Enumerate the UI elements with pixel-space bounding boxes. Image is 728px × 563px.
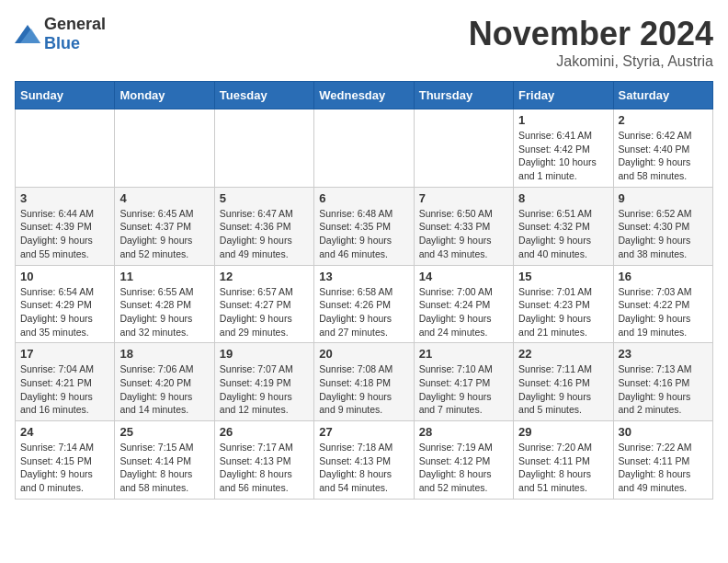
calendar-cell: 5Sunrise: 6:47 AM Sunset: 4:36 PM Daylig… — [214, 187, 313, 265]
day-number: 9 — [619, 191, 708, 205]
day-number: 17 — [20, 347, 109, 361]
day-number: 12 — [220, 270, 309, 283]
calendar-cell: 23Sunrise: 7:13 AM Sunset: 4:16 PM Dayli… — [613, 343, 712, 421]
day-info: Sunrise: 6:41 AM Sunset: 4:42 PM Dayligh… — [518, 129, 608, 183]
day-info: Sunrise: 6:48 AM Sunset: 4:35 PM Dayligh… — [319, 207, 408, 261]
calendar-cell: 22Sunrise: 7:11 AM Sunset: 4:16 PM Dayli… — [514, 343, 613, 421]
day-number: 25 — [119, 425, 209, 439]
calendar-cell: 6Sunrise: 6:48 AM Sunset: 4:35 PM Daylig… — [314, 187, 414, 265]
day-number: 27 — [319, 425, 408, 439]
calendar-table: SundayMondayTuesdayWednesdayThursdayFrid… — [15, 81, 713, 500]
calendar-cell: 4Sunrise: 6:45 AM Sunset: 4:37 PM Daylig… — [115, 187, 214, 265]
calendar-cell: 9Sunrise: 6:52 AM Sunset: 4:30 PM Daylig… — [613, 187, 712, 265]
calendar-cell: 27Sunrise: 7:18 AM Sunset: 4:13 PM Dayli… — [314, 421, 414, 500]
calendar-cell — [314, 109, 414, 188]
day-number: 24 — [20, 425, 109, 439]
logo-icon — [15, 25, 40, 43]
day-info: Sunrise: 7:18 AM Sunset: 4:13 PM Dayligh… — [319, 441, 408, 495]
day-number: 19 — [220, 347, 309, 361]
day-number: 28 — [419, 425, 508, 439]
day-number: 13 — [319, 270, 408, 283]
day-info: Sunrise: 7:03 AM Sunset: 4:22 PM Dayligh… — [619, 285, 708, 339]
day-number: 18 — [119, 347, 209, 361]
header-monday: Monday — [115, 82, 214, 109]
header-wednesday: Wednesday — [314, 82, 414, 109]
day-number: 8 — [518, 191, 608, 205]
calendar-week-1: 1Sunrise: 6:41 AM Sunset: 4:42 PM Daylig… — [16, 109, 713, 188]
calendar-cell: 17Sunrise: 7:04 AM Sunset: 4:21 PM Dayli… — [16, 343, 115, 421]
day-info: Sunrise: 6:58 AM Sunset: 4:26 PM Dayligh… — [319, 285, 408, 339]
day-number: 21 — [419, 347, 508, 361]
calendar-cell: 21Sunrise: 7:10 AM Sunset: 4:17 PM Dayli… — [414, 343, 513, 421]
day-number: 3 — [20, 191, 109, 205]
day-number: 22 — [518, 347, 608, 361]
day-info: Sunrise: 7:15 AM Sunset: 4:14 PM Dayligh… — [119, 441, 209, 495]
day-number: 10 — [20, 270, 109, 283]
calendar-week-4: 17Sunrise: 7:04 AM Sunset: 4:21 PM Dayli… — [16, 343, 713, 421]
logo-blue: Blue — [44, 34, 80, 52]
calendar-cell: 12Sunrise: 6:57 AM Sunset: 4:27 PM Dayli… — [214, 265, 313, 343]
calendar-cell: 25Sunrise: 7:15 AM Sunset: 4:14 PM Dayli… — [115, 421, 214, 500]
calendar-cell: 7Sunrise: 6:50 AM Sunset: 4:33 PM Daylig… — [414, 187, 513, 265]
calendar-week-5: 24Sunrise: 7:14 AM Sunset: 4:15 PM Dayli… — [16, 421, 713, 500]
calendar-cell: 3Sunrise: 6:44 AM Sunset: 4:39 PM Daylig… — [16, 187, 115, 265]
day-info: Sunrise: 6:47 AM Sunset: 4:36 PM Dayligh… — [220, 207, 309, 261]
day-number: 4 — [119, 191, 209, 205]
logo: General Blue — [15, 15, 106, 53]
day-number: 11 — [119, 270, 209, 283]
day-info: Sunrise: 7:14 AM Sunset: 4:15 PM Dayligh… — [20, 441, 109, 495]
calendar-cell: 15Sunrise: 7:01 AM Sunset: 4:23 PM Dayli… — [514, 265, 613, 343]
calendar-cell: 16Sunrise: 7:03 AM Sunset: 4:22 PM Dayli… — [613, 265, 712, 343]
calendar-week-2: 3Sunrise: 6:44 AM Sunset: 4:39 PM Daylig… — [16, 187, 713, 265]
calendar-header-row: SundayMondayTuesdayWednesdayThursdayFrid… — [16, 82, 713, 109]
day-info: Sunrise: 7:20 AM Sunset: 4:11 PM Dayligh… — [518, 441, 608, 495]
day-info: Sunrise: 7:22 AM Sunset: 4:11 PM Dayligh… — [619, 441, 708, 495]
location-subtitle: Jakomini, Styria, Austria — [469, 53, 713, 70]
day-info: Sunrise: 7:08 AM Sunset: 4:18 PM Dayligh… — [319, 362, 408, 417]
day-number: 30 — [619, 425, 708, 439]
calendar-cell: 2Sunrise: 6:42 AM Sunset: 4:40 PM Daylig… — [613, 109, 712, 188]
day-number: 23 — [619, 347, 708, 361]
calendar-cell: 1Sunrise: 6:41 AM Sunset: 4:42 PM Daylig… — [514, 109, 613, 188]
header-friday: Friday — [514, 82, 613, 109]
calendar-cell: 14Sunrise: 7:00 AM Sunset: 4:24 PM Dayli… — [414, 265, 513, 343]
day-number: 6 — [319, 191, 408, 205]
day-info: Sunrise: 7:01 AM Sunset: 4:23 PM Dayligh… — [518, 285, 608, 339]
day-info: Sunrise: 7:13 AM Sunset: 4:16 PM Dayligh… — [619, 362, 708, 417]
day-number: 7 — [419, 191, 508, 205]
calendar-cell — [414, 109, 513, 188]
day-info: Sunrise: 6:52 AM Sunset: 4:30 PM Dayligh… — [619, 207, 708, 261]
calendar-cell: 13Sunrise: 6:58 AM Sunset: 4:26 PM Dayli… — [314, 265, 414, 343]
logo-general: General — [44, 15, 106, 33]
day-info: Sunrise: 6:50 AM Sunset: 4:33 PM Dayligh… — [419, 207, 508, 261]
calendar-cell: 8Sunrise: 6:51 AM Sunset: 4:32 PM Daylig… — [514, 187, 613, 265]
calendar-cell — [16, 109, 115, 188]
day-info: Sunrise: 6:45 AM Sunset: 4:37 PM Dayligh… — [119, 207, 209, 261]
header-saturday: Saturday — [613, 82, 712, 109]
page-header: General Blue November 2024 Jakomini, Sty… — [15, 15, 713, 70]
day-info: Sunrise: 6:54 AM Sunset: 4:29 PM Dayligh… — [20, 285, 109, 339]
header-tuesday: Tuesday — [214, 82, 313, 109]
calendar-cell: 19Sunrise: 7:07 AM Sunset: 4:19 PM Dayli… — [214, 343, 313, 421]
day-info: Sunrise: 6:42 AM Sunset: 4:40 PM Dayligh… — [619, 129, 708, 183]
calendar-cell: 26Sunrise: 7:17 AM Sunset: 4:13 PM Dayli… — [214, 421, 313, 500]
day-number: 5 — [220, 191, 309, 205]
day-info: Sunrise: 6:44 AM Sunset: 4:39 PM Dayligh… — [20, 207, 109, 261]
day-info: Sunrise: 6:51 AM Sunset: 4:32 PM Dayligh… — [518, 207, 608, 261]
calendar-cell — [214, 109, 313, 188]
month-title: November 2024 — [469, 15, 713, 53]
calendar-cell: 11Sunrise: 6:55 AM Sunset: 4:28 PM Dayli… — [115, 265, 214, 343]
day-info: Sunrise: 7:04 AM Sunset: 4:21 PM Dayligh… — [20, 362, 109, 417]
day-number: 1 — [518, 113, 608, 127]
calendar-cell: 29Sunrise: 7:20 AM Sunset: 4:11 PM Dayli… — [514, 421, 613, 500]
calendar-cell: 20Sunrise: 7:08 AM Sunset: 4:18 PM Dayli… — [314, 343, 414, 421]
calendar-cell: 10Sunrise: 6:54 AM Sunset: 4:29 PM Dayli… — [16, 265, 115, 343]
day-info: Sunrise: 6:57 AM Sunset: 4:27 PM Dayligh… — [220, 285, 309, 339]
day-info: Sunrise: 7:11 AM Sunset: 4:16 PM Dayligh… — [518, 362, 608, 417]
calendar-cell — [115, 109, 214, 188]
calendar-cell: 28Sunrise: 7:19 AM Sunset: 4:12 PM Dayli… — [414, 421, 513, 500]
day-number: 20 — [319, 347, 408, 361]
day-number: 14 — [419, 270, 508, 283]
day-info: Sunrise: 7:07 AM Sunset: 4:19 PM Dayligh… — [220, 362, 309, 417]
day-number: 15 — [518, 270, 608, 283]
